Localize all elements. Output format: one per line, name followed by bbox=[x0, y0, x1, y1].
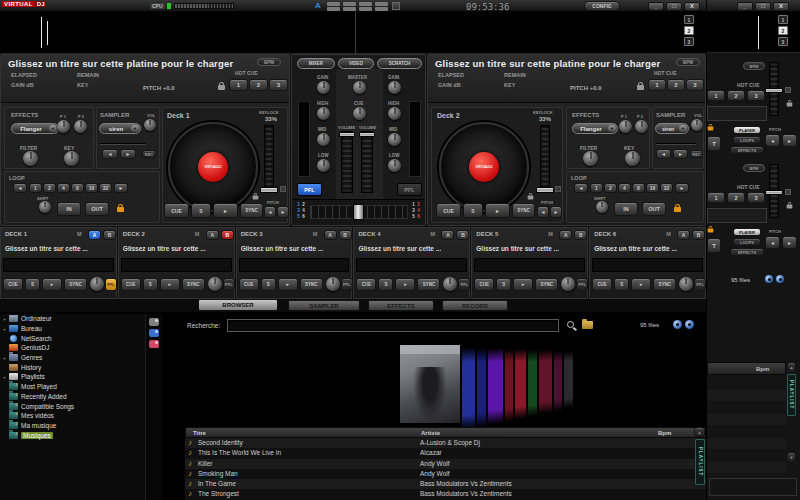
track-row[interactable]: ♪ Killer Andy Wolf bbox=[185, 459, 706, 469]
sync-button[interactable]: SYNC bbox=[535, 278, 558, 291]
browse-folder-icon[interactable] bbox=[582, 321, 593, 329]
volume-knob[interactable] bbox=[90, 277, 104, 291]
tab-record[interactable]: RECORD bbox=[442, 300, 508, 311]
stutter-button[interactable]: S bbox=[261, 278, 276, 291]
chevron-down-icon[interactable]: ▼ bbox=[608, 125, 616, 132]
loop-2-button[interactable]: 2 bbox=[43, 183, 56, 193]
pfl-button[interactable]: PFL bbox=[576, 278, 588, 291]
tab-scratch[interactable]: SCRATCH bbox=[377, 58, 422, 69]
waveform-display[interactable]: 1 2 3 bbox=[0, 12, 706, 54]
key-knob[interactable] bbox=[64, 151, 79, 166]
sidebar-item-compatible-songs[interactable]: Compatible Songs bbox=[0, 401, 145, 411]
play-button[interactable]: ► bbox=[278, 278, 298, 291]
db-disc-icon[interactable] bbox=[685, 320, 694, 329]
hotcue-1-button[interactable]: 1 bbox=[707, 90, 725, 101]
pitch-bend-up-button[interactable]: ► bbox=[782, 134, 797, 147]
jog-wheel[interactable]: VIRTUALDJ bbox=[168, 122, 258, 212]
sidebar-item-bureau[interactable]: + Bureau bbox=[0, 324, 145, 334]
search-icon[interactable] bbox=[567, 321, 574, 328]
chevron-down-icon[interactable]: ▼ bbox=[131, 125, 139, 132]
hotcue-1-button[interactable]: 1 bbox=[229, 79, 248, 91]
assign-b-button[interactable]: B bbox=[574, 230, 587, 240]
album-spine[interactable] bbox=[539, 349, 552, 414]
out-button-fragment[interactable]: T bbox=[707, 136, 721, 151]
sidebar-item-ordinateur[interactable]: + Ordinateur bbox=[0, 314, 145, 324]
pitch-slider[interactable] bbox=[540, 125, 550, 191]
config-button[interactable]: CONFIG bbox=[584, 1, 620, 11]
album-spine[interactable] bbox=[515, 348, 526, 419]
tab-browser[interactable]: BROWSER bbox=[198, 299, 278, 311]
pitch-zero-button[interactable] bbox=[785, 189, 791, 195]
cue-button[interactable]: CUE bbox=[3, 278, 23, 291]
stutter-button[interactable]: S bbox=[191, 203, 211, 218]
smart-lock-icon[interactable] bbox=[117, 207, 124, 212]
cue-button[interactable]: CUE bbox=[121, 278, 141, 291]
smart-lock-icon[interactable] bbox=[708, 127, 714, 131]
album-spine[interactable] bbox=[488, 347, 503, 424]
minimize-button[interactable]: _ bbox=[737, 2, 753, 11]
assign-b-button[interactable]: B bbox=[103, 230, 116, 240]
maximize-button[interactable]: □ bbox=[755, 2, 771, 11]
sync-button[interactable]: SYNC bbox=[182, 278, 205, 291]
column-bpm[interactable]: Bpm bbox=[658, 430, 671, 436]
loop-32-button[interactable]: 32 bbox=[660, 183, 673, 193]
crossfader-assign-right[interactable]: 12 34 56 bbox=[411, 202, 421, 220]
play-button[interactable]: ► bbox=[213, 203, 238, 218]
column-title[interactable]: Titre bbox=[193, 430, 206, 436]
track-row[interactable]: ♪ Second Identity A-Lusion & Scope Dj bbox=[185, 438, 706, 448]
crossfader-assign-left[interactable]: 12 34 56 bbox=[296, 202, 306, 220]
smart-lock-icon[interactable] bbox=[674, 207, 681, 212]
play-button[interactable]: ► bbox=[631, 278, 651, 291]
assign-b-button[interactable]: B bbox=[456, 230, 469, 240]
pitch-bend-down-button[interactable]: ◄ bbox=[765, 236, 780, 249]
small-square-button[interactable] bbox=[392, 2, 400, 10]
close-button[interactable]: X bbox=[773, 2, 789, 11]
pitch-slider-handle[interactable] bbox=[260, 187, 278, 193]
track-row[interactable]: ♪ This Is The World We Live In Alcazar bbox=[185, 448, 706, 458]
sidebar-item-recently-added[interactable]: Recently Added bbox=[0, 392, 145, 402]
pfl-button[interactable]: PFL bbox=[694, 278, 706, 291]
sidebar-item-mes-vid-os[interactable]: Mes vidéos bbox=[0, 411, 145, 421]
assign-a-button[interactable]: A bbox=[559, 230, 572, 240]
volume-fader-left-handle[interactable] bbox=[339, 132, 355, 137]
sidebar-item-playlists[interactable]: + Playlists bbox=[0, 372, 145, 382]
p1-knob[interactable] bbox=[619, 120, 632, 133]
play-button[interactable]: ► bbox=[42, 278, 62, 291]
loops-tab[interactable]: LOOPS bbox=[733, 238, 761, 246]
scroll-up-button[interactable]: ▲ bbox=[694, 427, 705, 437]
pitch-zero-button[interactable] bbox=[280, 186, 286, 192]
out-button-fragment[interactable]: T bbox=[707, 238, 721, 253]
player-tab[interactable]: PLAYER bbox=[733, 126, 761, 134]
loop-4-button[interactable]: 4 bbox=[57, 183, 70, 193]
loop-16-button[interactable]: 16 bbox=[85, 183, 98, 193]
pitch-bend-down-button[interactable]: ◄ bbox=[765, 134, 780, 147]
bpm-button[interactable]: BPM bbox=[676, 58, 700, 66]
tab-video[interactable]: VIDEO bbox=[338, 58, 374, 69]
pitch-slider-handle[interactable] bbox=[765, 88, 783, 93]
album-spine[interactable] bbox=[528, 349, 537, 417]
filter-knob[interactable] bbox=[583, 151, 598, 166]
bpm-button[interactable]: BPM bbox=[257, 58, 281, 66]
assign-a-button[interactable]: A bbox=[88, 230, 101, 240]
mini-deck-mute-label[interactable]: M bbox=[77, 231, 82, 237]
sampler-vol-knob[interactable] bbox=[144, 119, 156, 131]
loop-half-button[interactable]: ◄ bbox=[574, 183, 588, 193]
sample-select[interactable]: siren ▼ bbox=[99, 123, 141, 134]
pfl-button[interactable]: PFL bbox=[341, 278, 353, 291]
stutter-button[interactable]: S bbox=[496, 278, 511, 291]
sidebar-item-netsearch[interactable]: NetSearch bbox=[0, 333, 145, 343]
mini-deck-mute-label[interactable]: M bbox=[666, 231, 671, 237]
wave-button-1[interactable]: 1 bbox=[778, 15, 788, 24]
wave-button-3[interactable]: 3 bbox=[778, 37, 788, 46]
cue-mix-knob[interactable] bbox=[353, 107, 366, 120]
volume-fader-left[interactable] bbox=[341, 131, 353, 193]
loop-in-button[interactable]: IN bbox=[614, 202, 638, 216]
pitch-slider-handle[interactable] bbox=[536, 187, 554, 193]
hotcue-2-button[interactable]: 2 bbox=[727, 90, 745, 101]
effect-select[interactable]: Flanger ▼ bbox=[572, 123, 618, 134]
hotcue-3-button[interactable]: 3 bbox=[747, 192, 765, 203]
volume-fader-right-handle[interactable] bbox=[359, 132, 375, 137]
pitch-slider[interactable] bbox=[264, 125, 274, 191]
pfl-button[interactable]: PFL bbox=[223, 278, 235, 291]
sidebar-item-genres[interactable]: + Genres bbox=[0, 353, 145, 363]
